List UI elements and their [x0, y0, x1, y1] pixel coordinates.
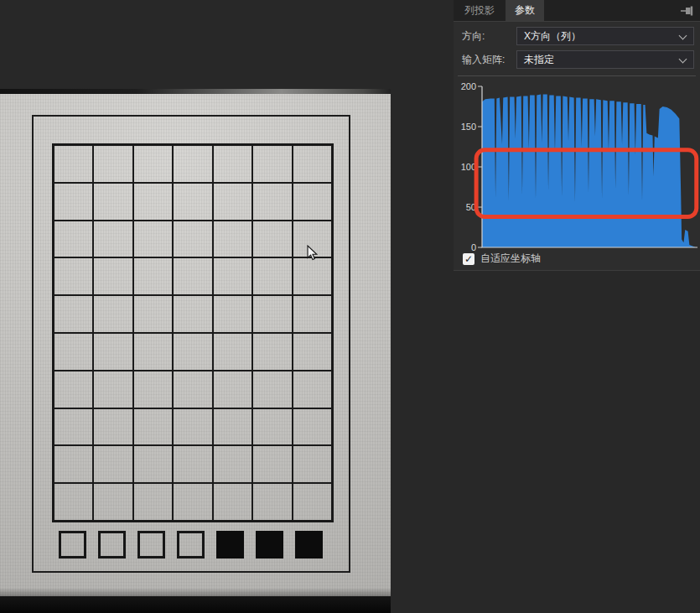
grid-cell	[133, 483, 173, 521]
grid-cell	[252, 183, 292, 221]
grid-cell	[252, 483, 292, 521]
grid-cell	[252, 145, 292, 183]
photo-paper-background	[0, 94, 391, 596]
grid-cell	[293, 333, 332, 371]
input-matrix-field-row: 输入矩阵: 未指定	[454, 50, 700, 69]
projection-panel: 列投影 参数 方向: X方向（列） 输入矩阵: 未指定 200150100500…	[454, 0, 700, 271]
grid-cell	[213, 408, 252, 446]
chevron-down-icon	[679, 32, 687, 40]
input-matrix-select[interactable]: 未指定	[516, 50, 694, 69]
grid-cell	[213, 333, 252, 371]
grid-cell	[93, 183, 132, 221]
grid-cell	[293, 183, 332, 221]
grid-cell	[93, 408, 132, 446]
grid-cell	[133, 257, 173, 295]
tab-column-projection[interactable]: 列投影	[455, 0, 504, 21]
grid-cell	[213, 183, 252, 221]
direction-select[interactable]: X方向（列）	[516, 27, 694, 45]
calibration-marker-row	[59, 531, 323, 558]
direction-label: 方向:	[462, 29, 516, 44]
grid-cell	[293, 371, 332, 408]
grid-cell	[93, 295, 132, 333]
grid-cell	[93, 257, 132, 295]
marker-square-filled	[295, 531, 323, 558]
grid-cell	[54, 371, 93, 408]
grid-cell	[133, 445, 173, 483]
projection-chart[interactable]: 200150100500	[454, 77, 700, 257]
grid-cell	[252, 257, 292, 295]
marker-square-hollow	[137, 531, 165, 558]
grid-cell	[54, 408, 93, 446]
grid-cell	[54, 221, 93, 258]
panel-tabbar: 列投影 参数	[454, 0, 700, 22]
adaptive-axis-row: ✓ 自适应坐标轴	[463, 252, 541, 266]
grid-cell	[173, 408, 212, 446]
grid-cell	[252, 295, 292, 333]
marker-square-hollow	[98, 531, 126, 558]
grid-cell	[293, 257, 332, 295]
grid-cell	[133, 408, 173, 446]
chevron-down-icon	[679, 55, 687, 64]
grid-cell	[213, 221, 252, 258]
grid-cell	[93, 445, 132, 483]
marker-square-hollow	[177, 531, 205, 558]
grid-cell	[293, 295, 332, 333]
grid-cell	[133, 145, 173, 183]
calibration-grid	[52, 143, 334, 522]
grid-cell	[93, 145, 132, 183]
marker-square-filled	[256, 531, 283, 558]
grid-cell	[133, 371, 173, 408]
grid-cell	[133, 295, 173, 333]
grid-cell	[213, 295, 252, 333]
grid-cell	[213, 445, 252, 483]
grid-cell	[54, 333, 93, 371]
y-tick-label: 100	[461, 162, 476, 172]
tab-parameters[interactable]: 参数	[506, 0, 544, 21]
adaptive-axis-checkbox[interactable]: ✓	[463, 253, 474, 265]
marker-square-filled	[216, 531, 244, 558]
grid-cell	[54, 257, 93, 295]
grid-cell	[173, 295, 212, 333]
projection-area-series	[482, 95, 696, 247]
adaptive-axis-label: 自适应坐标轴	[480, 252, 541, 266]
grid-cell	[213, 257, 252, 295]
direction-field-row: 方向: X方向（列）	[454, 27, 700, 45]
y-tick-label: 150	[461, 122, 476, 132]
grid-cell	[173, 371, 212, 408]
grid-cell	[252, 333, 292, 371]
pin-icon[interactable]	[680, 4, 695, 18]
grid-cell	[293, 483, 332, 521]
grid-cell	[133, 221, 173, 258]
grid-cell	[54, 183, 93, 221]
grid-cell	[213, 483, 252, 521]
direction-select-value: X方向（列）	[524, 29, 581, 44]
grid-cell	[173, 483, 212, 521]
grid-cell	[173, 145, 212, 183]
input-matrix-select-value: 未指定	[524, 53, 554, 67]
projection-chart-svg: 200150100500	[454, 77, 700, 257]
chart-separator-line	[458, 75, 696, 76]
grid-cell	[252, 408, 292, 446]
photo-monitor-bottom-bezel	[0, 596, 391, 613]
y-tick-label: 200	[461, 81, 476, 91]
grid-cell	[173, 257, 212, 295]
grid-cell	[293, 445, 332, 483]
grid-cell	[173, 333, 212, 371]
grid-cell	[293, 408, 332, 446]
grid-cell	[54, 295, 93, 333]
grid-cell	[213, 371, 252, 408]
grid-cell	[54, 145, 93, 183]
grid-cell	[54, 483, 93, 521]
grid-cell	[93, 221, 132, 258]
mouse-cursor-icon	[307, 245, 319, 262]
camera-image-view[interactable]	[0, 89, 391, 613]
grid-cell	[252, 221, 292, 258]
grid-cell	[133, 183, 173, 221]
grid-cell	[133, 333, 173, 371]
grid-cell	[93, 333, 132, 371]
grid-cell	[173, 445, 212, 483]
grid-cell	[213, 145, 252, 183]
grid-cell	[293, 145, 332, 183]
input-matrix-label: 输入矩阵:	[462, 53, 516, 67]
grid-cell	[173, 221, 212, 258]
